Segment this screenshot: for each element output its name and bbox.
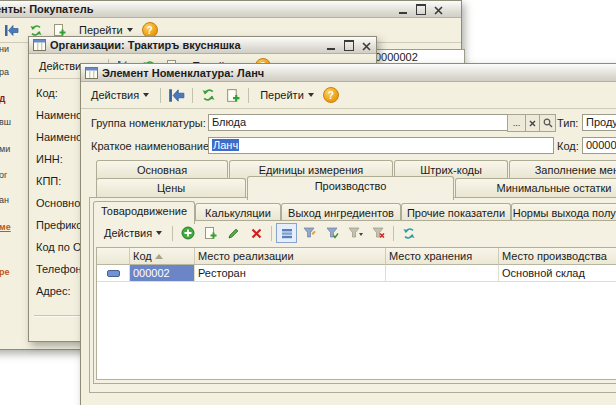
short-name-label: Краткое наименование:	[91, 140, 212, 152]
edit-row-button[interactable]	[223, 223, 244, 243]
copy-new-icon	[204, 226, 217, 240]
field-label: Адрес:	[36, 285, 71, 297]
tab-minimalnye-ostatki[interactable]: Минимальные остатки	[455, 178, 616, 198]
clipped-label: Д	[0, 94, 5, 104]
column-header-production[interactable]: Место производства	[499, 248, 616, 265]
chevron-down-icon	[143, 93, 149, 97]
window2-title: Организации: Трактиръ вкусняшка	[50, 39, 241, 51]
refresh-icon	[201, 88, 216, 102]
filter-menu-icon	[348, 227, 363, 239]
field-label: ИНН:	[36, 153, 63, 165]
group-label: Группа номенклатуры:	[91, 117, 206, 129]
window2-titlebar: Организации: Трактиръ вкусняшка	[29, 37, 376, 54]
tab-ceny[interactable]: Цены	[96, 178, 246, 198]
save-icon	[4, 24, 19, 37]
go-menu-label: Перейти	[260, 89, 304, 101]
tab-tovarodvizhenie[interactable]: Товародвижение	[93, 201, 195, 224]
maximize-icon[interactable]	[343, 40, 354, 51]
save-icon	[168, 88, 185, 103]
close-icon[interactable]	[433, 4, 444, 15]
clipped-label: ми	[0, 144, 10, 154]
group-field[interactable]: Блюда	[208, 114, 512, 131]
toolbar-separator	[271, 226, 272, 241]
rows-icon	[281, 228, 293, 239]
filter-clear-button[interactable]	[368, 223, 389, 243]
clipped-label: ан	[0, 195, 9, 205]
toolbar-separator	[172, 226, 173, 241]
filter-settings-button[interactable]	[299, 223, 320, 243]
edit-pencil-icon	[227, 227, 240, 240]
tab-osnovnaya[interactable]: Основная	[96, 160, 228, 180]
add-row-button[interactable]	[177, 223, 198, 243]
cell-code[interactable]: 000002	[130, 265, 195, 282]
row-marker-header[interactable]	[97, 248, 130, 265]
tab-zapolnenie-menyu[interactable]: Заполнение меню	[509, 160, 616, 180]
filter-edit-icon	[303, 227, 316, 239]
save-button[interactable]	[1, 20, 22, 40]
row-marker-cell	[97, 265, 130, 282]
delete-row-button[interactable]	[246, 223, 267, 243]
maximize-icon[interactable]	[415, 4, 426, 15]
close-icon[interactable]	[361, 40, 372, 51]
chevron-down-icon	[127, 28, 133, 32]
clear-icon	[529, 120, 536, 127]
actions-menu-label: Действия	[91, 89, 139, 101]
type-field[interactable]: Продукция	[582, 114, 616, 131]
search-button[interactable]	[539, 114, 556, 132]
copy-new-icon	[226, 88, 240, 103]
grid-actions-label: Действия	[104, 227, 152, 239]
chevron-down-icon	[308, 93, 314, 97]
copy-row-button[interactable]	[200, 223, 221, 243]
window-nomenclature-item: Элемент Номенклатура: Ланч Действия Пере…	[80, 63, 616, 405]
add-icon	[181, 226, 195, 240]
clipped-label: ни	[0, 44, 9, 54]
copy-button[interactable]	[222, 85, 243, 105]
go-menu-button[interactable]: Перейти	[254, 87, 320, 103]
catalog-icon	[33, 39, 46, 51]
current-row-icon	[107, 270, 120, 277]
help-button[interactable]: ?	[323, 87, 339, 103]
selected-text: Ланч	[212, 139, 239, 151]
filter-history-button[interactable]	[345, 223, 366, 243]
minimize-icon[interactable]	[397, 4, 408, 15]
copy-new-icon	[53, 23, 66, 37]
window3-titlebar: Элемент Номенклатура: Ланч	[81, 64, 616, 82]
column-header-code[interactable]: Код	[130, 248, 195, 265]
code-field[interactable]: 000002	[582, 137, 616, 154]
grid-actions-menu-button[interactable]: Действия	[98, 225, 168, 241]
lookup-button[interactable]: ...	[507, 114, 526, 132]
toolbar-separator	[248, 88, 249, 103]
save-button[interactable]	[166, 85, 187, 105]
minimize-icon[interactable]	[325, 40, 336, 51]
desktop: { "icons": { "help": "?" }, "w1": { "tit…	[0, 0, 616, 405]
clipped-label: ра	[0, 67, 9, 77]
field-label: Код:	[36, 87, 58, 99]
catalog-icon	[85, 67, 98, 79]
table-row[interactable]: 000002 Ресторан Основной склад	[97, 265, 616, 282]
chevron-down-icon	[156, 231, 162, 235]
filter-apply-button[interactable]	[322, 223, 343, 243]
toolbar-separator	[393, 226, 394, 241]
cell-production[interactable]: Основной склад	[499, 265, 616, 282]
tab-proizvodstvo[interactable]: Производство	[247, 176, 454, 200]
grid-toolbar: Действия	[94, 221, 616, 245]
cell-storage[interactable]	[386, 265, 499, 282]
column-header-storage[interactable]: Место хранения	[386, 248, 499, 265]
refresh-button[interactable]	[198, 85, 219, 105]
clipped-label: ре	[0, 267, 10, 277]
clear-button[interactable]	[525, 114, 540, 132]
type-label: Тип:	[557, 117, 578, 129]
go-menu-label: Перейти	[79, 24, 123, 36]
field-label: Телефон:	[36, 263, 85, 275]
list-view-button[interactable]	[276, 223, 297, 243]
short-name-field[interactable]: Ланч	[208, 137, 554, 154]
clipped-label: ог	[0, 170, 7, 180]
cell-realization[interactable]: Ресторан	[195, 265, 386, 282]
toolbar-separator	[160, 88, 161, 103]
table-header-row: Код Место реализации Место хранения Мест…	[97, 248, 616, 265]
filter-clear-icon	[372, 227, 385, 239]
grid-refresh-button[interactable]	[398, 223, 419, 243]
actions-menu-button[interactable]: Действия	[85, 87, 155, 103]
column-header-realization[interactable]: Место реализации	[195, 248, 386, 265]
window3-title: Элемент Номенклатура: Ланч	[102, 67, 264, 79]
